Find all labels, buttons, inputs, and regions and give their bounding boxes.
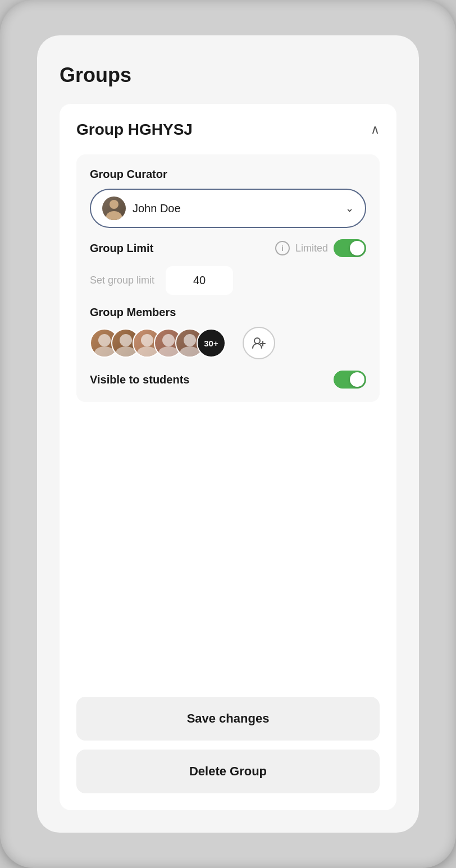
limit-input-row: Set group limit — [90, 266, 366, 295]
add-member-button[interactable] — [243, 327, 275, 359]
visible-to-students-toggle[interactable] — [334, 371, 366, 389]
save-changes-button[interactable]: Save changes — [76, 697, 380, 741]
member-avatar — [175, 328, 204, 358]
phone-frame: Groups Group HGHYSJ ∧ Group Curator John… — [0, 0, 456, 868]
group-name: Group HGHYSJ — [76, 121, 193, 139]
member-avatars-list: 30+ — [90, 328, 226, 358]
group-limit-section: Group Limit i Limited Set group limit — [90, 239, 366, 295]
set-limit-label: Set group limit — [90, 275, 154, 286]
delete-group-button[interactable]: Delete Group — [76, 750, 380, 793]
group-settings-card: Group Curator John Doe ⌄ Group Limit i — [76, 154, 380, 402]
curator-label: Group Curator — [90, 168, 366, 181]
page-title: Groups — [60, 63, 396, 87]
members-row: 30+ — [90, 327, 366, 359]
curator-section: Group Curator John Doe ⌄ — [90, 168, 366, 228]
limited-text: Limited — [295, 243, 328, 254]
group-limit-row: Group Limit i Limited — [90, 239, 366, 257]
phone-screen: Groups Group HGHYSJ ∧ Group Curator John… — [37, 35, 419, 833]
action-buttons: Save changes Delete Group — [76, 697, 380, 793]
add-member-icon — [252, 337, 266, 349]
group-members-label: Group Members — [90, 306, 366, 319]
group-limit-input[interactable] — [166, 266, 233, 295]
group-card: Group HGHYSJ ∧ Group Curator John Doe ⌄ — [60, 104, 396, 810]
card-header: Group HGHYSJ ∧ — [76, 121, 380, 139]
group-limit-toggle[interactable] — [334, 239, 366, 257]
group-members-section: Group Members — [90, 306, 366, 359]
info-icon[interactable]: i — [275, 241, 290, 255]
visible-to-students-label: Visible to students — [90, 373, 334, 386]
group-limit-label: Group Limit — [90, 242, 270, 255]
svg-point-0 — [254, 338, 260, 344]
curator-dropdown[interactable]: John Doe ⌄ — [90, 189, 366, 228]
visible-to-students-row: Visible to students — [90, 371, 366, 389]
collapse-icon[interactable]: ∧ — [371, 122, 380, 137]
curator-name: John Doe — [133, 202, 339, 215]
curator-chevron-down-icon: ⌄ — [345, 202, 354, 214]
curator-avatar — [102, 197, 126, 220]
